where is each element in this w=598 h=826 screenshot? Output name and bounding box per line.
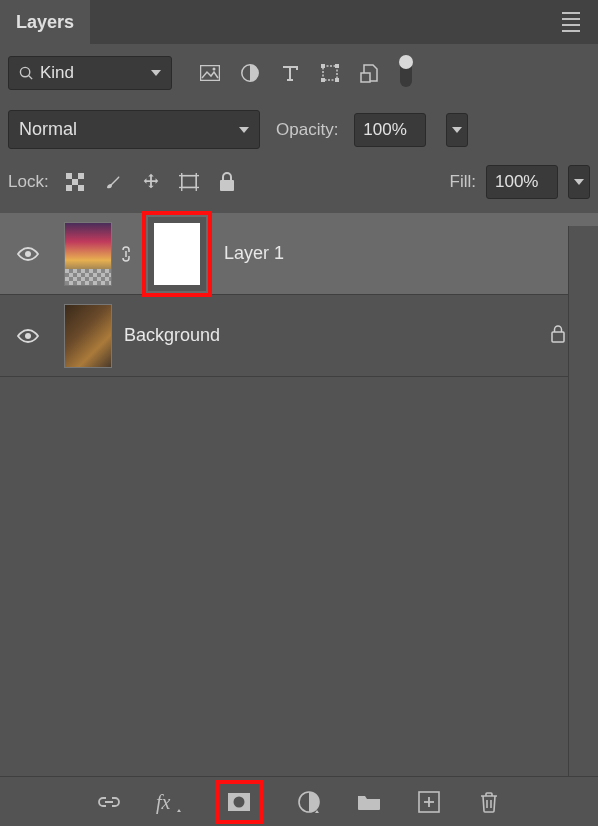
visibility-eye-icon[interactable] — [16, 328, 40, 344]
lock-brush-icon[interactable] — [103, 172, 123, 192]
add-mask-icon-highlighted[interactable] — [215, 780, 263, 824]
svg-rect-13 — [78, 173, 84, 179]
delete-layer-icon[interactable] — [475, 788, 503, 816]
svg-point-28 — [234, 796, 245, 807]
svg-rect-16 — [78, 185, 84, 191]
layer-thumbnail[interactable] — [64, 304, 112, 368]
svg-rect-12 — [66, 173, 72, 179]
new-group-icon[interactable] — [355, 788, 383, 816]
chevron-down-icon — [574, 179, 584, 185]
layer-row[interactable]: Background — [0, 295, 598, 377]
fill-label: Fill: — [450, 172, 476, 192]
link-layers-icon[interactable] — [95, 788, 123, 816]
svg-rect-10 — [361, 73, 370, 82]
svg-rect-22 — [220, 180, 234, 191]
layer-row[interactable]: Layer 1 — [0, 213, 598, 295]
fx-layerstyle-icon[interactable]: fx — [155, 788, 183, 816]
lock-position-icon[interactable] — [141, 172, 161, 192]
kind-filter-select[interactable]: Kind — [8, 56, 172, 90]
chevron-down-icon — [452, 127, 462, 133]
lock-all-icon[interactable] — [217, 172, 237, 192]
svg-point-23 — [25, 251, 31, 257]
search-icon — [19, 66, 34, 81]
filter-type-icon[interactable] — [280, 63, 300, 83]
layer-thumbnail[interactable] — [64, 222, 112, 286]
chevron-down-icon — [151, 70, 161, 76]
filter-adjustment-icon[interactable] — [240, 63, 260, 83]
filter-smartobject-icon[interactable] — [360, 63, 380, 83]
panel-tab-bar: Layers — [0, 0, 598, 44]
chevron-down-icon — [239, 127, 249, 133]
new-layer-icon[interactable] — [415, 788, 443, 816]
svg-line-1 — [29, 75, 32, 78]
filter-shape-icon[interactable] — [320, 63, 340, 83]
layer-name[interactable]: Background — [124, 325, 220, 346]
layer-name[interactable]: Layer 1 — [224, 243, 284, 264]
svg-rect-9 — [335, 78, 339, 82]
panel-menu-icon[interactable] — [556, 6, 586, 38]
layers-tab[interactable]: Layers — [0, 0, 90, 44]
svg-point-0 — [20, 67, 29, 76]
blend-mode-select[interactable]: Normal — [8, 110, 260, 149]
layer-mask-thumbnail-highlighted[interactable] — [142, 211, 212, 297]
footer-bar: fx — [0, 776, 598, 826]
svg-rect-14 — [72, 179, 78, 185]
blend-row: Normal Opacity: 100% — [0, 102, 598, 157]
layer-lock-icon[interactable] — [550, 325, 566, 347]
filter-row: Kind — [0, 44, 598, 102]
svg-rect-8 — [321, 78, 325, 82]
opacity-input[interactable]: 100% — [354, 113, 426, 147]
panel-title: Layers — [16, 12, 74, 33]
lock-transparency-icon[interactable] — [65, 172, 85, 192]
svg-rect-6 — [321, 64, 325, 68]
svg-rect-17 — [181, 176, 196, 188]
svg-point-24 — [25, 333, 31, 339]
lock-artboard-icon[interactable] — [179, 172, 199, 192]
filter-toggle[interactable] — [400, 59, 412, 87]
lock-label: Lock: — [8, 172, 49, 192]
mask-link-icon[interactable] — [118, 244, 136, 264]
fill-dropdown[interactable] — [568, 165, 590, 199]
svg-text:fx: fx — [156, 791, 171, 814]
svg-rect-2 — [201, 66, 220, 81]
opacity-label: Opacity: — [276, 120, 338, 140]
new-fill-adjustment-icon[interactable] — [295, 788, 323, 816]
blend-mode-value: Normal — [19, 119, 77, 140]
lock-row: Lock: Fill: 100% — [0, 157, 598, 207]
opacity-dropdown[interactable] — [446, 113, 468, 147]
svg-rect-25 — [552, 332, 564, 342]
svg-rect-5 — [323, 66, 337, 80]
svg-point-3 — [213, 68, 216, 71]
scroll-area — [568, 226, 598, 776]
kind-label: Kind — [40, 63, 74, 83]
layers-list: Layer 1 Background — [0, 213, 598, 377]
fill-input[interactable]: 100% — [486, 165, 558, 199]
visibility-eye-icon[interactable] — [16, 246, 40, 262]
filter-pixel-icon[interactable] — [200, 63, 220, 83]
svg-rect-7 — [335, 64, 339, 68]
svg-rect-15 — [66, 185, 72, 191]
